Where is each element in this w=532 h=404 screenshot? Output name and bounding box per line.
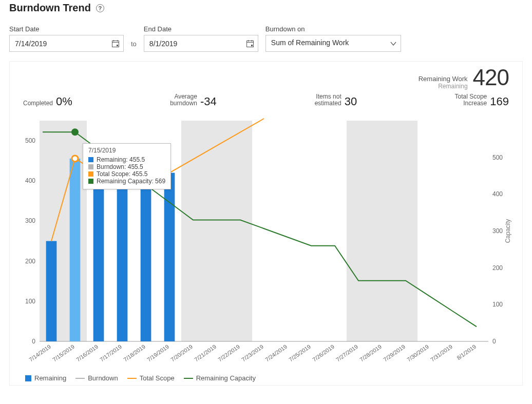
svg-text:Capacity: Capacity (504, 219, 511, 243)
stat-avgburndown-label: Average burndown (161, 93, 197, 108)
stat-scopeinc-value: 169 (490, 95, 509, 108)
start-date-input[interactable] (9, 35, 124, 52)
stat-scopeinc-label: Total Scope Increase (446, 93, 487, 108)
stat-avgburndown-value: -34 (200, 95, 217, 108)
burndown-on-label: Burndown on (265, 25, 401, 33)
svg-rect-12 (347, 121, 417, 341)
legend-item[interactable]: Total Scope (127, 374, 175, 382)
svg-text:200: 200 (492, 264, 503, 272)
svg-text:7/28/2019: 7/28/2019 (358, 343, 383, 363)
svg-rect-11 (181, 121, 252, 341)
select-value: Sum of Remaining Work (271, 39, 349, 47)
svg-text:7/18/2019: 7/18/2019 (122, 343, 146, 363)
svg-text:7/31/2019: 7/31/2019 (429, 343, 453, 363)
svg-text:0: 0 (32, 338, 35, 345)
header-metric-label1: Remaining Work (419, 75, 468, 83)
header-metric-value: 420 (473, 65, 509, 90)
legend-item[interactable]: Remaining Capacity (184, 374, 256, 382)
header-metric-label2: Remaining (419, 83, 468, 90)
svg-rect-31 (141, 173, 151, 341)
svg-rect-4 (117, 45, 118, 46)
svg-text:7/22/2019: 7/22/2019 (217, 343, 241, 363)
svg-text:7/26/2019: 7/26/2019 (311, 343, 335, 363)
svg-text:7/30/2019: 7/30/2019 (406, 343, 430, 363)
svg-text:400: 400 (25, 178, 35, 185)
svg-text:7/23/2019: 7/23/2019 (240, 343, 264, 363)
stat-completed-label: Completed (23, 100, 53, 108)
start-date-label: Start Date (9, 25, 124, 33)
legend-item[interactable]: Burndown (75, 374, 118, 382)
chart-card: Remaining Work Remaining 420 Completed 0… (9, 61, 523, 386)
end-date-label: End Date (144, 25, 258, 33)
svg-text:100: 100 (25, 298, 35, 305)
svg-rect-28 (70, 159, 81, 341)
svg-text:7/29/2019: 7/29/2019 (382, 343, 406, 363)
svg-text:500: 500 (492, 154, 503, 161)
to-label: to (131, 40, 137, 52)
svg-rect-27 (46, 241, 57, 341)
stat-itemsnotest-label: Items not estimated (306, 93, 341, 108)
chart-tooltip: 7/15/2019 Remaining: 455.5Burndown: 455.… (83, 143, 171, 189)
tooltip-title: 7/15/2019 (88, 147, 165, 154)
chart-legend: RemainingBurndownTotal ScopeRemaining Ca… (20, 374, 512, 382)
svg-text:7/19/2019: 7/19/2019 (146, 343, 170, 363)
svg-rect-30 (117, 173, 128, 341)
svg-text:7/16/2019: 7/16/2019 (75, 343, 99, 363)
burndown-on-select[interactable]: Sum of Remaining Work (265, 35, 401, 52)
svg-rect-29 (93, 173, 104, 341)
svg-text:7/25/2019: 7/25/2019 (288, 343, 312, 363)
page-title: Burndown Trend (9, 2, 91, 14)
svg-text:200: 200 (25, 258, 35, 265)
legend-item[interactable]: Remaining (25, 374, 66, 382)
svg-text:500: 500 (25, 137, 35, 144)
help-icon[interactable]: ? (96, 4, 104, 12)
svg-text:400: 400 (492, 191, 503, 198)
svg-rect-32 (164, 173, 175, 341)
svg-point-33 (72, 156, 78, 162)
svg-text:300: 300 (25, 218, 35, 225)
svg-text:7/24/2019: 7/24/2019 (264, 343, 288, 363)
svg-text:100: 100 (492, 301, 503, 309)
calendar-icon[interactable] (111, 40, 120, 48)
svg-text:7/17/2019: 7/17/2019 (99, 343, 123, 363)
svg-text:7/27/2019: 7/27/2019 (335, 343, 359, 363)
svg-text:0: 0 (492, 338, 496, 345)
stat-itemsnotest-value: 30 (345, 95, 357, 108)
chevron-down-icon[interactable] (390, 40, 397, 47)
svg-text:300: 300 (492, 227, 503, 235)
svg-text:7/15/2019: 7/15/2019 (51, 343, 75, 363)
stat-completed-value: 0% (56, 95, 72, 108)
svg-rect-9 (251, 45, 253, 46)
svg-text:7/14/2019: 7/14/2019 (28, 343, 52, 363)
end-date-input[interactable] (144, 35, 258, 52)
svg-text:7/21/2019: 7/21/2019 (193, 343, 217, 363)
calendar-icon[interactable] (246, 40, 254, 48)
svg-text:7/20/2019: 7/20/2019 (169, 343, 194, 363)
svg-point-34 (72, 129, 78, 136)
svg-text:8/1/2019: 8/1/2019 (455, 343, 477, 361)
